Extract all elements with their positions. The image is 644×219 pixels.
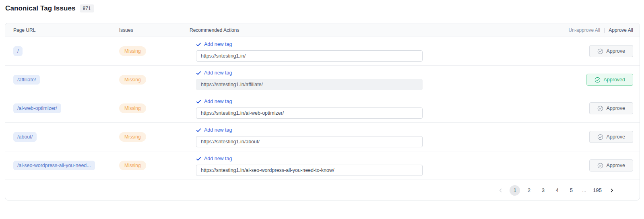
table-row: / Missing Add new tag Approve <box>5 37 640 66</box>
circle-check-icon <box>597 163 603 169</box>
approve-cell: Approve <box>589 37 640 65</box>
unapprove-all-link[interactable]: Un-approve All <box>568 27 600 33</box>
missing-badge: Missing <box>119 103 146 113</box>
issue-count-badge: 971 <box>80 4 94 12</box>
page-url-cell: /affiliate/ <box>5 66 119 94</box>
approve-button[interactable]: Approve <box>589 102 633 114</box>
approve-cell: Approved <box>586 66 640 94</box>
circle-check-icon <box>597 105 603 112</box>
table-row: /about/ Missing Add new tag Approve <box>5 123 640 151</box>
check-icon <box>196 42 201 47</box>
next-page-chevron-icon[interactable] <box>607 185 617 196</box>
circle-check-icon <box>597 48 603 54</box>
approve-button[interactable]: Approve <box>589 131 633 143</box>
page-number-1[interactable]: 1 <box>510 185 520 196</box>
page-number-3[interactable]: 3 <box>538 185 548 196</box>
links-divider: | <box>604 27 605 33</box>
prev-page-chevron-icon[interactable] <box>495 185 506 196</box>
page-title: Canonical Tag Issues <box>5 4 76 12</box>
recommended-action-cell: Add new tag <box>190 66 586 94</box>
column-header-recommended-actions: Recommended Actions <box>190 27 568 33</box>
approve-cell: Approve <box>589 123 640 151</box>
approve-button[interactable]: Approve <box>589 45 633 57</box>
page-header: Canonical Tag Issues 971 <box>5 4 94 12</box>
table-row: /affiliate/ Missing Add new tag Approved <box>5 66 640 94</box>
add-new-tag-label: Add new tag <box>204 70 232 76</box>
check-icon <box>196 99 201 104</box>
page-number-4[interactable]: 4 <box>552 185 562 196</box>
canonical-url-input <box>196 79 423 90</box>
bulk-actions: Un-approve All | Approve All <box>568 27 640 33</box>
check-icon <box>196 128 201 133</box>
add-new-tag-label: Add new tag <box>204 41 232 47</box>
page-url-chip[interactable]: /ai-seo-wordpress-all-you-need... <box>13 161 95 171</box>
approved-button-label: Approved <box>603 77 625 83</box>
approve-button[interactable]: Approve <box>589 159 633 171</box>
approve-button-label: Approve <box>606 134 625 140</box>
pagination: 1 2 3 4 5 ... 195 <box>5 180 640 200</box>
approve-all-link[interactable]: Approve All <box>609 27 633 33</box>
check-icon <box>196 156 201 161</box>
recommended-action-cell: Add new tag <box>190 123 589 151</box>
issue-cell: Missing <box>119 151 190 180</box>
recommended-action-cell: Add new tag <box>190 94 589 122</box>
page-url-cell: /ai-web-optimizer/ <box>5 94 119 122</box>
approve-cell: Approve <box>589 94 640 122</box>
check-icon <box>196 70 201 76</box>
canonical-url-input[interactable] <box>196 50 423 62</box>
recommended-action-cell: Add new tag <box>190 151 589 180</box>
approve-button-label: Approve <box>606 163 625 168</box>
canonical-issues-card: Page URL Issues Recommended Actions Un-a… <box>5 23 640 200</box>
page-url-cell: /ai-seo-wordpress-all-you-need... <box>5 151 119 180</box>
recommended-action-cell: Add new tag <box>190 37 589 65</box>
page-url-cell: / <box>5 37 119 65</box>
page-number-5[interactable]: 5 <box>566 185 576 196</box>
canonical-url-input[interactable] <box>196 107 423 119</box>
add-new-tag-label: Add new tag <box>204 156 232 161</box>
column-header-page-url: Page URL <box>5 27 119 33</box>
column-header-issues: Issues <box>119 27 190 33</box>
missing-badge: Missing <box>119 75 146 85</box>
canonical-url-input[interactable] <box>196 136 423 147</box>
page-url-chip[interactable]: /ai-web-optimizer/ <box>13 103 61 114</box>
missing-badge: Missing <box>119 46 146 56</box>
page-url-chip[interactable]: /about/ <box>13 132 37 142</box>
approve-cell: Approve <box>589 151 640 180</box>
issue-cell: Missing <box>119 37 190 65</box>
page-number-2[interactable]: 2 <box>524 185 534 196</box>
missing-badge: Missing <box>119 161 146 170</box>
table-header: Page URL Issues Recommended Actions Un-a… <box>5 23 640 37</box>
canonical-url-input[interactable] <box>196 165 423 176</box>
issue-cell: Missing <box>119 123 190 151</box>
table-row: /ai-seo-wordpress-all-you-need... Missin… <box>5 151 640 180</box>
pagination-ellipsis: ... <box>580 187 588 193</box>
circle-check-icon <box>594 77 601 83</box>
page-url-cell: /about/ <box>5 123 119 151</box>
page-url-chip[interactable]: /affiliate/ <box>13 75 40 85</box>
approve-button-label: Approve <box>606 48 625 54</box>
issue-cell: Missing <box>119 94 190 122</box>
page-number-195[interactable]: 195 <box>592 185 603 196</box>
add-new-tag-label: Add new tag <box>204 99 232 104</box>
approve-button-label: Approve <box>606 105 625 111</box>
issue-cell: Missing <box>119 66 190 94</box>
add-new-tag-label: Add new tag <box>204 127 232 133</box>
circle-check-icon <box>597 134 603 140</box>
table-row: /ai-web-optimizer/ Missing Add new tag A… <box>5 94 640 123</box>
approved-button[interactable]: Approved <box>586 74 633 86</box>
page-url-chip[interactable]: / <box>13 46 23 56</box>
missing-badge: Missing <box>119 132 146 142</box>
